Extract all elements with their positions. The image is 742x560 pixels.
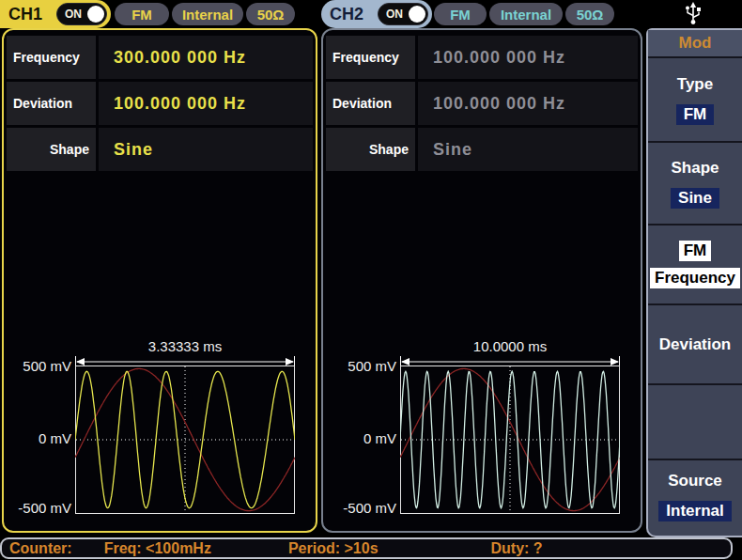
source-value: Internal (658, 501, 731, 521)
ch1-label: CH1 (8, 5, 42, 24)
ch2-frequency-label: Frequency (326, 36, 415, 79)
ch2-frequency-value[interactable]: 100.000 000 Hz (418, 36, 638, 79)
ch1-deviation-label: Deviation (7, 82, 96, 125)
ch1-shape-value[interactable]: Sine (99, 128, 313, 171)
ch2-on-label: ON (386, 8, 403, 21)
softkey-blank (648, 385, 742, 460)
ch2-ylabel-top: 500 mV (331, 358, 396, 374)
counter-label: Counter: (9, 540, 72, 557)
ch2-deviation-value[interactable]: 100.000 000 Hz (418, 82, 638, 125)
ch2-ylabel-zero: 0 mV (331, 430, 396, 446)
usb-status-area (644, 0, 742, 28)
ch1-ylabel-bottom: -500 mV (6, 500, 71, 516)
table-row: Shape Sine (326, 128, 638, 171)
ch1-frequency-value[interactable]: 300.000 000 Hz (99, 36, 313, 79)
type-value: FM (676, 104, 715, 125)
ch1-ylabel-zero: 0 mV (6, 430, 71, 446)
ch1-frequency-label: Frequency (7, 36, 96, 79)
table-row: Deviation 100.000 000 Hz (7, 82, 313, 125)
ch1-panel: Frequency 300.000 000 Hz Deviation 100.0… (2, 28, 317, 533)
softkey-source[interactable]: Source Internal (648, 460, 742, 532)
table-row: Frequency 100.000 000 Hz (326, 36, 638, 79)
type-label: Type (677, 75, 713, 94)
softkey-fm-frequency[interactable]: FM Frequency (648, 226, 742, 305)
ch1-modulation-badge: FM (115, 3, 169, 25)
ch2-ylabel-bottom: -500 mV (331, 500, 396, 516)
deviation-label: Deviation (659, 335, 732, 354)
ch1-source-badge: Internal (172, 3, 243, 25)
ch2-shape-value[interactable]: Sine (418, 128, 638, 171)
signal-generator-screen: CH1 ON FM Internal 50Ω CH2 ON FM Interna… (0, 0, 742, 560)
ch1-header-pill: CH1 ON (0, 0, 111, 28)
ch2-parameter-table: Frequency 100.000 000 Hz Deviation 100.0… (326, 36, 638, 171)
counter-duty: Duty: ? (491, 540, 543, 557)
ch2-header-pill: CH2 ON (321, 0, 432, 28)
ch1-on-toggle[interactable]: ON (56, 3, 107, 25)
ch2-label: CH2 (330, 5, 363, 24)
ch1-parameter-table: Frequency 300.000 000 Hz Deviation 100.0… (7, 36, 313, 171)
ch1-modulation-text: FM (131, 7, 152, 23)
table-row: Frequency 300.000 000 Hz (7, 36, 313, 79)
ch2-modulation-badge: FM (434, 3, 487, 25)
counter-period: Period: >10s (288, 540, 379, 557)
ch2-period-measurement: 10.0000 ms (400, 338, 620, 354)
table-row: Shape Sine (7, 128, 313, 171)
ch2-waveform-plot (400, 366, 620, 514)
ch2-source-badge: Internal (489, 3, 563, 25)
ch2-impedance-badge: 50Ω (565, 3, 614, 25)
ch1-ylabel-top: 500 mV (6, 358, 71, 374)
fm-label: FM (679, 241, 712, 261)
ch1-source-text: Internal (182, 7, 233, 23)
ch2-toggle-knob-icon (409, 6, 425, 23)
counter-status-bar: Counter: Freq: <100mHz Period: >10s Duty… (0, 537, 733, 559)
ch2-panel: Frequency 100.000 000 Hz Deviation 100.0… (321, 28, 642, 533)
ch1-impedance-text: 50Ω (257, 7, 285, 23)
menu-title-mod: Mod (648, 30, 742, 58)
ch2-shape-label: Shape (326, 128, 415, 171)
shape-label: Shape (671, 159, 719, 178)
fm-frequency-value: Frequency (650, 268, 740, 288)
softkey-deviation[interactable]: Deviation (648, 305, 742, 385)
ch1-on-label: ON (65, 8, 82, 21)
ch2-source-text: Internal (501, 7, 551, 23)
ch1-deviation-value[interactable]: 100.000 000 Hz (99, 82, 313, 125)
ch1-impedance-badge: 50Ω (246, 3, 295, 25)
counter-frequency: Freq: <100mHz (104, 540, 211, 557)
usb-icon (684, 2, 703, 26)
ch2-on-toggle[interactable]: ON (378, 3, 428, 25)
ch2-modulation-text: FM (450, 7, 471, 23)
softkey-menu: Mod Type FM Shape Sine FM Frequency Devi… (646, 28, 742, 537)
ch1-waveform-plot (75, 366, 295, 514)
ch1-shape-label: Shape (7, 128, 96, 171)
softkey-shape[interactable]: Shape Sine (648, 143, 742, 226)
ch2-deviation-label: Deviation (326, 82, 415, 125)
source-label: Source (668, 472, 722, 490)
softkey-type[interactable]: Type FM (648, 58, 742, 143)
shape-value: Sine (671, 188, 719, 209)
ch1-toggle-knob-icon (87, 6, 104, 23)
ch1-period-measurement: 3.33333 ms (75, 338, 295, 354)
table-row: Deviation 100.000 000 Hz (326, 82, 638, 125)
ch2-impedance-text: 50Ω (577, 7, 604, 23)
